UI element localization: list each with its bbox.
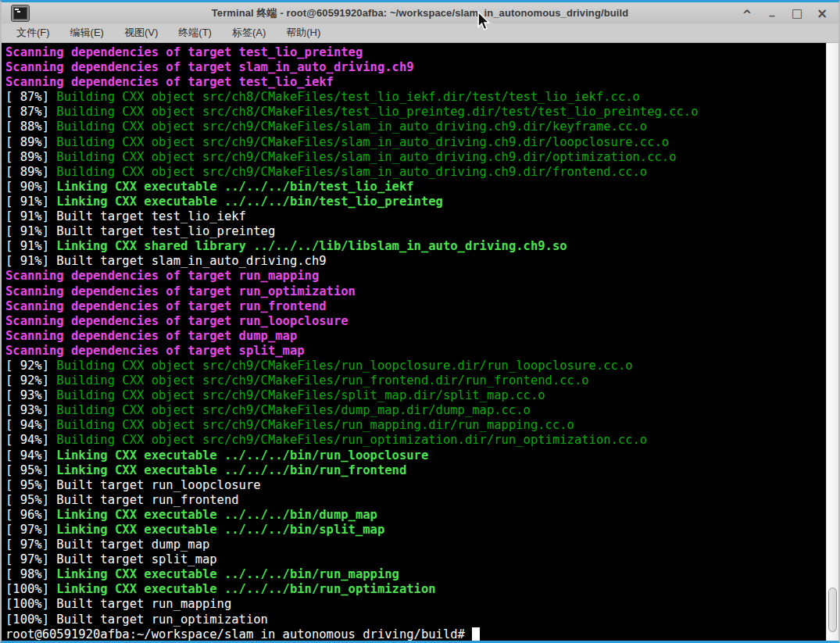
terminal-line: [100%] Built target run_optimization — [5, 613, 826, 627]
terminal-line: [ 91%] Built target test_lio_preinteg — [5, 224, 826, 239]
terminal-line: [100%] Linking CXX executable ../../../b… — [5, 582, 826, 597]
menu-edit[interactable]: 编辑(E) — [60, 23, 114, 42]
terminal-app-icon — [12, 5, 29, 21]
terminal-line: [ 96%] Linking CXX executable ../../../b… — [5, 508, 826, 523]
terminal-line: [ 89%] Building CXX object src/ch9/CMake… — [5, 150, 826, 165]
terminal-line: [ 97%] Linking CXX executable ../../../b… — [5, 523, 826, 538]
terminal-line: [ 91%] Built target slam_in_auto_driving… — [5, 254, 826, 269]
minimize-icon[interactable]: _ — [763, 2, 781, 25]
terminal-line: [ 97%] Built target split_map — [5, 552, 826, 567]
terminal-window: Terminal 终端 - root@60591920afba: ~/works… — [0, 0, 840, 643]
terminal-line: [ 87%] Building CXX object src/ch8/CMake… — [5, 105, 826, 120]
terminal-line: [100%] Built target run_mapping — [5, 597, 826, 612]
titlebar[interactable]: Terminal 终端 - root@60591920afba: ~/works… — [2, 2, 838, 23]
terminal-line: Scanning dependencies of target run_fron… — [5, 299, 826, 314]
terminal-line: [ 93%] Building CXX object src/ch9/CMake… — [5, 403, 826, 418]
terminal-line: Scanning dependencies of target split_ma… — [5, 344, 826, 359]
menu-file[interactable]: 文件(F) — [6, 23, 60, 42]
terminal-line: [ 92%] Building CXX object src/ch9/CMake… — [5, 373, 826, 388]
terminal-line: Scanning dependencies of target run_loop… — [5, 314, 826, 329]
scrollbar-thumb[interactable] — [828, 588, 837, 632]
window-controls: ^ _ □ × — [738, 2, 831, 23]
terminal-line: [ 92%] Building CXX object src/ch9/CMake… — [5, 359, 826, 373]
menubar: 文件(F) 编辑(E) 视图(V) 终端(T) 标签(A) 帮助(H) — [2, 23, 838, 43]
terminal-line: [ 89%] Building CXX object src/ch9/CMake… — [5, 135, 826, 150]
terminal-line: Scanning dependencies of target test_lio… — [5, 75, 826, 90]
terminal-line: [ 95%] Linking CXX executable ../../../b… — [5, 463, 826, 478]
terminal-line: [ 87%] Building CXX object src/ch8/CMake… — [5, 90, 826, 105]
terminal-line: [ 88%] Building CXX object src/ch9/CMake… — [5, 120, 826, 134]
terminal-line: Scanning dependencies of target dump_map — [5, 329, 826, 344]
menu-terminal[interactable]: 终端(T) — [168, 23, 222, 42]
terminal-line: Scanning dependencies of target slam_in_… — [5, 60, 826, 75]
terminal-line: [ 89%] Building CXX object src/ch9/CMake… — [5, 165, 826, 180]
terminal-line: root@60591920afba:~/workspace/slam_in_au… — [5, 627, 826, 641]
terminal-line: [ 93%] Building CXX object src/ch9/CMake… — [5, 388, 826, 403]
terminal-line: Scanning dependencies of target test_lio… — [5, 45, 826, 60]
maximize-icon[interactable]: □ — [788, 5, 806, 22]
terminal-line: Scanning dependencies of target run_opti… — [5, 284, 826, 299]
terminal-line: Scanning dependencies of target run_mapp… — [5, 269, 826, 284]
menu-view[interactable]: 视图(V) — [114, 23, 168, 42]
terminal-line: [ 94%] Building CXX object src/ch9/CMake… — [5, 418, 826, 433]
terminal-line: [ 97%] Built target dump_map — [5, 538, 826, 552]
menu-tabs[interactable]: 标签(A) — [222, 23, 276, 42]
terminal-output[interactable]: Scanning dependencies of target test_lio… — [2, 43, 826, 641]
shade-icon[interactable]: ^ — [738, 3, 756, 23]
terminal-line: [ 91%] Linking CXX shared library ../../… — [5, 239, 826, 254]
terminal-line: [ 94%] Linking CXX executable ../../../b… — [5, 448, 826, 463]
menu-help[interactable]: 帮助(H) — [276, 23, 331, 42]
terminal-line: [ 95%] Built target run_frontend — [5, 493, 826, 508]
terminal-line: [ 91%] Built target test_lio_iekf — [5, 209, 826, 224]
terminal-line: [ 91%] Linking CXX executable ../../../b… — [5, 195, 826, 209]
terminal-line: [ 90%] Linking CXX executable ../../../b… — [5, 180, 826, 195]
window-title: Terminal 终端 - root@60591920afba: ~/works… — [2, 2, 838, 23]
terminal-area: Scanning dependencies of target test_lio… — [2, 43, 838, 641]
text-cursor — [472, 627, 479, 641]
terminal-line: [ 95%] Built target run_loopclosure — [5, 478, 826, 493]
terminal-line: [ 98%] Linking CXX executable ../../../b… — [5, 567, 826, 582]
close-icon[interactable]: × — [813, 5, 831, 22]
scrollbar-track[interactable] — [826, 43, 838, 641]
terminal-line: [ 94%] Building CXX object src/ch9/CMake… — [5, 433, 826, 448]
